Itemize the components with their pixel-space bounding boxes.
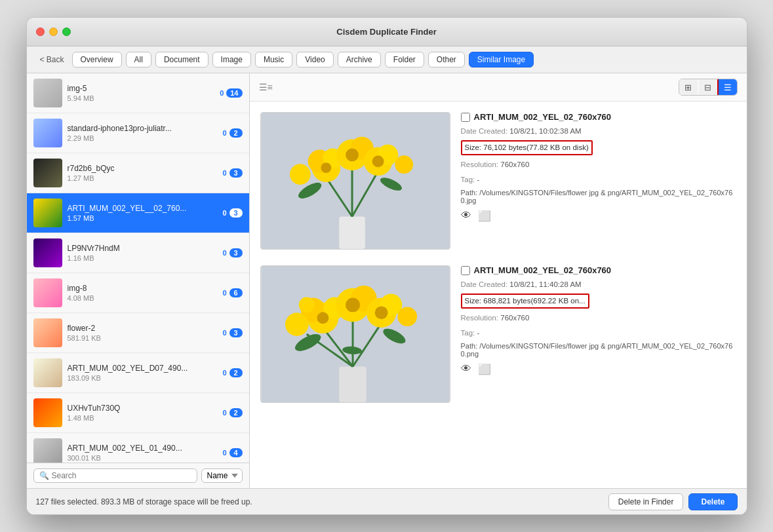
tab-similar-image[interactable]: Similar Image (469, 52, 534, 67)
svg-point-35 (298, 297, 314, 313)
tab-archive[interactable]: Archive (338, 52, 381, 67)
item-name-uxhv: UXHvTuh730Q (68, 404, 218, 413)
sidebar-item-flower2[interactable]: flower-2 581.91 KB 0 3 (27, 313, 249, 353)
svg-point-17 (372, 155, 384, 167)
tab-folder[interactable]: Folder (385, 52, 424, 67)
tab-all[interactable]: All (126, 52, 151, 67)
item-checkbox-2[interactable] (461, 266, 470, 275)
search-box[interactable]: 🔍 (33, 468, 197, 483)
item-info-arti01: ARTI_MUM_002_YEL_01_490... 300.01 KB (68, 444, 218, 462)
eye-icon-2[interactable]: 👁 (461, 363, 471, 375)
sidebar-item-artid07[interactable]: ARTI_MUM_002_YEL_D07_490... 183.09 KB 0 … (27, 353, 249, 393)
view-columns-button[interactable]: ⊟ (699, 79, 717, 95)
item-name-standard: standard-iphone13pro-juliatr... (68, 124, 218, 133)
tab-other[interactable]: Other (428, 52, 465, 67)
open-icon-1[interactable]: ⬜ (478, 210, 491, 222)
detail-meta-1: ARTI_MUM_002_YEL_02_760x760 Date Created… (461, 112, 736, 222)
item-size-arti: 1.57 MB (68, 214, 218, 222)
item-badge-arti01: 0 4 (222, 448, 242, 457)
item-name-arti01: ARTI_MUM_002_YEL_01_490... (68, 444, 218, 453)
item-size-lp9: 1.16 MB (68, 254, 218, 262)
size-highlight-2: Size: 688,821 bytes(692.22 KB on... (461, 294, 589, 308)
item-name-img5: img-5 (68, 84, 215, 93)
item-info-artid07: ARTI_MUM_002_YEL_D07_490... 183.09 KB (68, 364, 218, 382)
detail-filename-1: ARTI_MUM_002_YEL_02_760x760 (474, 112, 612, 122)
back-button[interactable]: < Back (36, 53, 68, 66)
thumbnail-arti (33, 199, 62, 227)
thumbnail-arti01 (33, 438, 62, 463)
eye-icon-1[interactable]: 👁 (461, 210, 471, 222)
item-badge-flower2: 0 3 (222, 328, 242, 337)
thumbnail-img5 (33, 79, 62, 107)
detail-scroll: ARTI_MUM_002_YEL_02_760x760 Date Created… (250, 102, 747, 488)
detail-size-1: Size: 76,102 bytes(77.82 KB on disk) (461, 140, 736, 155)
item-checkbox-1[interactable] (461, 113, 470, 122)
sidebar-footer: 🔍 Name Size Date (27, 463, 249, 488)
size-highlight-1: Size: 76,102 bytes(77.82 KB on disk) (461, 140, 593, 155)
view-list-button[interactable]: ☰ (719, 79, 737, 95)
item-name-img8: img-8 (68, 284, 218, 293)
item-size-r7: 1.27 MB (68, 174, 218, 182)
thumbnail-flower2 (33, 318, 62, 347)
tab-overview[interactable]: Overview (72, 52, 122, 67)
detail-size-2: Size: 688,821 bytes(692.22 KB on... (461, 294, 736, 308)
detail-image-2 (260, 265, 450, 403)
minimize-button[interactable] (49, 28, 58, 36)
item-size-standard: 2.29 MB (68, 134, 218, 142)
detail-filename-2: ARTI_MUM_002_YEL_02_760x760 (474, 265, 612, 275)
traffic-lights (36, 28, 71, 36)
delete-in-finder-button[interactable]: Delete in Finder (608, 493, 684, 510)
main-content: img-5 5.94 MB 0 14 standard-iphone13pro-… (27, 73, 747, 488)
detail-pane: ☰≡ ⊞ ⊟ ☰ (250, 73, 747, 488)
sort-select[interactable]: Name Size Date (201, 468, 243, 483)
filter-icon[interactable]: ☰≡ (259, 82, 273, 92)
search-icon: 🔍 (39, 471, 49, 480)
sidebar-item-standard[interactable]: standard-iphone13pro-juliatr... 2.29 MB … (27, 113, 249, 153)
app-window: Cisdem Duplicate Finder < Back Overview … (26, 17, 747, 515)
detail-actions-1: 👁 ⬜ (461, 210, 736, 222)
tab-music[interactable]: Music (255, 52, 292, 67)
item-name-artid07: ARTI_MUM_002_YEL_D07_490... (68, 364, 218, 373)
detail-item-1: ARTI_MUM_002_YEL_02_760x760 Date Created… (260, 112, 736, 250)
item-badge-lp9: 0 3 (222, 248, 242, 257)
item-name-arti: ARTI_MUM_002_YEL__02_760... (68, 204, 218, 213)
item-info-r7: r7d2b6_bQyc 1.27 MB (68, 164, 218, 182)
detail-actions-2: 👁 ⬜ (461, 363, 736, 375)
sidebar-item-arti01[interactable]: ARTI_MUM_002_YEL_01_490... 300.01 KB 0 4 (27, 433, 249, 463)
item-info-img8: img-8 4.08 MB (68, 284, 218, 302)
statusbar: 127 files selected. 893.3 MB of storage … (27, 488, 747, 514)
item-badge-uxhv: 0 2 (222, 408, 242, 417)
item-badge-standard: 0 2 (222, 128, 242, 138)
tab-image[interactable]: Image (212, 52, 251, 67)
sidebar-item-img5[interactable]: img-5 5.94 MB 0 14 (27, 73, 249, 113)
sidebar-list: img-5 5.94 MB 0 14 standard-iphone13pro-… (27, 73, 249, 463)
svg-point-16 (346, 148, 359, 161)
thumbnail-img8 (33, 278, 62, 307)
detail-resolution-1: Resolution: 760x760 (461, 159, 736, 170)
delete-button[interactable]: Delete (688, 493, 737, 510)
search-input[interactable] (52, 471, 191, 480)
sidebar-item-lp9[interactable]: LP9NVr7HndM 1.16 MB 0 3 (27, 233, 249, 273)
sidebar-item-r7[interactable]: r7d2b6_bQyc 1.27 MB 0 3 (27, 153, 249, 193)
svg-rect-21 (339, 367, 367, 402)
tab-video[interactable]: Video (296, 52, 333, 67)
maximize-button[interactable] (62, 28, 71, 36)
detail-tag-2: Tag: - (461, 327, 736, 339)
sidebar-item-uxhv[interactable]: UXHvTuh730Q 1.48 MB 0 2 (27, 393, 249, 433)
open-icon-2[interactable]: ⬜ (478, 363, 491, 375)
tab-document[interactable]: Document (155, 52, 208, 67)
close-button[interactable] (36, 28, 45, 36)
status-text: 127 files selected. 893.3 MB of storage … (36, 497, 252, 506)
svg-point-34 (397, 307, 417, 326)
item-info-flower2: flower-2 581.91 KB (68, 324, 218, 342)
sidebar-item-img8[interactable]: img-8 4.08 MB 0 6 (27, 273, 249, 313)
detail-checkbox-1: ARTI_MUM_002_YEL_02_760x760 (461, 112, 736, 122)
item-size-flower2: 581.91 KB (68, 334, 218, 342)
thumbnail-lp9 (33, 238, 62, 267)
sidebar-item-arti[interactable]: ARTI_MUM_002_YEL__02_760... 1.57 MB 0 3 (27, 193, 249, 233)
view-grid-button[interactable]: ⊞ (679, 79, 698, 95)
item-size-arti01: 300.01 KB (68, 454, 218, 462)
detail-toolbar: ☰≡ ⊞ ⊟ ☰ (250, 73, 747, 102)
detail-checkbox-2: ARTI_MUM_002_YEL_02_760x760 (461, 265, 736, 275)
item-size-uxhv: 1.48 MB (68, 414, 218, 422)
